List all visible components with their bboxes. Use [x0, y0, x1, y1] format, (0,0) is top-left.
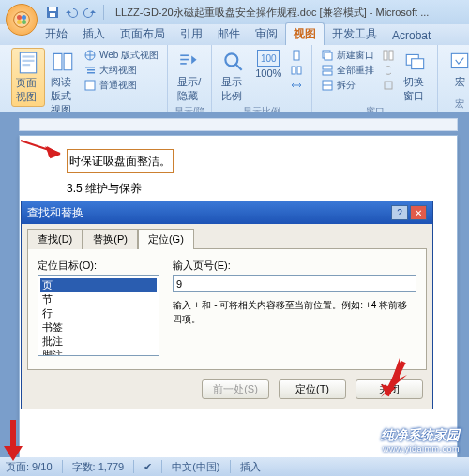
office-button[interactable]: [6, 4, 38, 36]
tab-replace[interactable]: 替换(P): [83, 229, 138, 249]
ribbon-tab-4[interactable]: 邮件: [210, 23, 248, 45]
goto-list-item[interactable]: 行: [40, 306, 157, 320]
svg-rect-33: [385, 82, 392, 89]
office-icon: [12, 10, 31, 29]
show-hide-button[interactable]: 显示/隐藏: [174, 48, 205, 105]
goto-list-item[interactable]: 脚注: [40, 349, 157, 356]
goto-list-item[interactable]: 页: [40, 278, 157, 292]
dialog-button-row: 前一处(S) 定位(T) 关闭: [22, 376, 432, 409]
save-icon[interactable]: [45, 5, 60, 20]
side-by-side-button[interactable]: [379, 48, 398, 63]
svg-point-1: [17, 15, 22, 20]
reading-view-label: 阅读版式视图: [51, 75, 75, 117]
page-width-button[interactable]: [287, 78, 306, 93]
svg-rect-36: [452, 53, 468, 67]
goto-list-item[interactable]: 书签: [40, 320, 157, 335]
status-spellcheck-icon[interactable]: ✔: [144, 461, 152, 473]
reset-icon: [382, 79, 395, 92]
show-hide-icon: [177, 50, 202, 74]
ribbon-tab-0[interactable]: 开始: [38, 23, 75, 45]
zoom-100-label: 100%: [255, 67, 281, 79]
page-view-icon: [16, 51, 40, 75]
status-words[interactable]: 字数: 1,779: [72, 460, 125, 474]
dialog-titlebar[interactable]: 查找和替换 ? ✕: [22, 201, 432, 224]
two-page-icon: [290, 64, 303, 77]
redo-icon[interactable]: [83, 5, 98, 20]
svg-rect-7: [50, 13, 55, 17]
switch-windows-button[interactable]: 切换窗口: [400, 48, 431, 105]
svg-rect-16: [85, 81, 95, 90]
svg-rect-24: [297, 67, 301, 74]
svg-point-2: [22, 15, 26, 20]
horizontal-ruler[interactable]: [19, 118, 458, 131]
tab-goto[interactable]: 定位(G): [138, 229, 194, 249]
tab-find[interactable]: 查找(D): [27, 229, 83, 249]
zoom-100-button[interactable]: 100 100%: [251, 48, 285, 81]
normal-view-button[interactable]: 普通视图: [81, 78, 161, 93]
normal-icon: [83, 79, 97, 92]
svg-rect-32: [389, 51, 393, 60]
svg-rect-27: [323, 66, 332, 69]
dialog-title: 查找和替换: [27, 205, 391, 221]
sync-scroll-button[interactable]: [379, 63, 398, 78]
ribbon-tab-3[interactable]: 引用: [173, 23, 210, 45]
svg-point-0: [14, 12, 30, 28]
page-num-input[interactable]: [173, 275, 416, 292]
outline-view-button[interactable]: 大纲视图: [81, 63, 161, 78]
arrange-all-button[interactable]: 全部重排: [318, 63, 377, 78]
goto-target-listbox[interactable]: 页节行书签批注脚注: [38, 275, 159, 356]
dialog-body: 定位目标(O): 页节行书签批注脚注 输入页号(E): 输入 + 和 - 可将相…: [27, 248, 427, 370]
ribbon-tab-8[interactable]: Acrobat: [385, 26, 438, 45]
watermark: 纯净系统家园 www.yidaimm.com: [381, 427, 460, 454]
close-button[interactable]: 关闭: [356, 379, 423, 399]
page-view-label: 页面视图: [16, 76, 40, 104]
ribbon-tab-5[interactable]: 审阅: [248, 23, 285, 45]
dialog-close-button[interactable]: ✕: [410, 205, 427, 220]
svg-rect-35: [412, 59, 424, 69]
svg-rect-13: [85, 67, 95, 68]
heading-35: 3.5 维护与保养: [67, 177, 429, 200]
dialog-help-button[interactable]: ?: [391, 205, 408, 220]
prev-button[interactable]: 前一处(S): [202, 379, 269, 399]
page-view-button[interactable]: 页面视图: [11, 48, 45, 107]
goto-list-item[interactable]: 节: [40, 292, 157, 306]
ribbon-group-show-hide: 显示/隐藏 显示/隐藏: [168, 45, 212, 112]
zoom-button[interactable]: 显示比例: [218, 48, 250, 105]
svg-rect-19: [180, 63, 187, 65]
macros-button[interactable]: 宏: [444, 48, 469, 91]
goto-button[interactable]: 定位(T): [279, 379, 346, 399]
split-button[interactable]: 拆分: [318, 78, 377, 93]
page-width-icon: [290, 79, 303, 92]
svg-rect-15: [87, 72, 95, 74]
undo-icon[interactable]: [64, 5, 79, 20]
ribbon-tab-2[interactable]: 页面布局: [113, 23, 173, 45]
svg-rect-31: [384, 51, 387, 60]
reading-view-icon: [51, 50, 75, 74]
ribbon: 页面视图 阅读版式视图 Web 版式视图 大纲视图 普通视图 文档视图 显示/隐…: [0, 45, 469, 112]
status-language[interactable]: 中文(中国): [172, 460, 219, 474]
title-bar: LLZZ-GD-20永磁起重吸盘安全操作规程.doc [兼容模式] - Micr…: [0, 0, 469, 24]
ribbon-tab-7[interactable]: 开发工具: [325, 23, 385, 45]
switch-windows-label: 切换窗口: [403, 75, 428, 103]
outline-icon: [83, 64, 97, 77]
two-page-button[interactable]: [287, 63, 306, 78]
reading-view-button[interactable]: 阅读版式视图: [47, 48, 79, 119]
svg-rect-10: [23, 60, 35, 62]
new-window-button[interactable]: 新建窗口: [318, 48, 377, 63]
ribbon-tab-1[interactable]: 插入: [75, 23, 113, 45]
status-insert-mode[interactable]: 插入: [240, 460, 261, 474]
web-layout-button[interactable]: Web 版式视图: [81, 48, 161, 63]
reset-pos-button[interactable]: [379, 78, 398, 93]
quick-access-toolbar: [45, 5, 106, 20]
page-num-label: 输入页号(E):: [173, 259, 416, 273]
macros-label: 宏: [455, 75, 465, 89]
svg-rect-11: [23, 64, 31, 66]
sync-icon: [382, 64, 395, 77]
one-page-icon: [290, 49, 303, 62]
dialog-tabs: 查找(D) 替换(P) 定位(G): [22, 224, 432, 248]
svg-point-4: [22, 20, 26, 24]
status-page[interactable]: 页面: 9/10: [6, 460, 53, 474]
ribbon-tab-6[interactable]: 视图: [285, 22, 325, 45]
one-page-button[interactable]: [287, 48, 306, 63]
goto-list-item[interactable]: 批注: [40, 335, 157, 349]
